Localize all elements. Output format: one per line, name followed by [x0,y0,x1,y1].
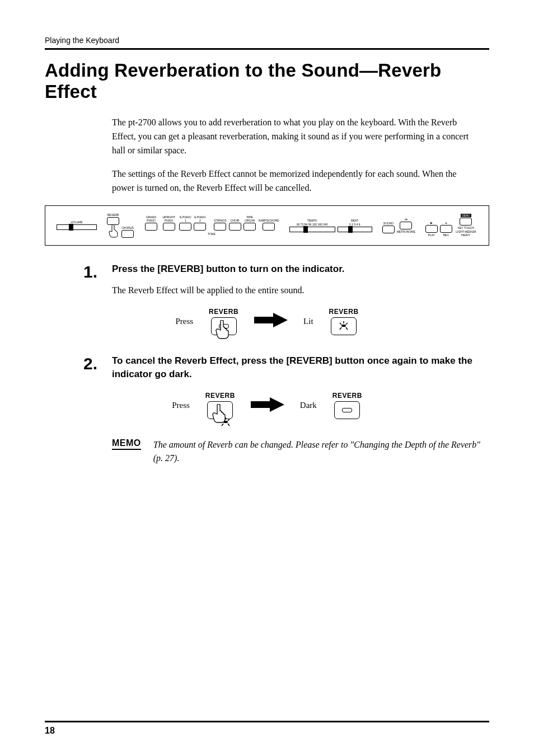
tone-label: PIPE ORGAN [243,215,256,222]
svg-line-5 [340,327,341,330]
tone-btn [214,223,226,231]
memo-text: The amount of Reverb can be changed. Ple… [153,438,489,465]
tone-btn [194,223,206,231]
play-label: PLAY [428,233,435,237]
tone-label: HARPSICHORD [259,219,279,222]
tone-label: STRINGS [214,219,226,222]
intro-block: The pt-2700 allows you to add reverberat… [112,116,472,195]
memo-block: MEMO The amount of Reverb can be changed… [112,438,489,465]
metronome-group: SOUND 🕪METRONOME [382,218,415,233]
step-1-figure: Press REVERB Lit REVERB [45,308,489,335]
tone-btn [179,223,191,231]
rule-bottom-wrap [45,721,489,722]
reverb-label: REVERB [332,392,362,400]
arrow-right-icon [251,397,284,414]
tone-btn [229,223,241,231]
key-touch-label: KEY TOUCH [458,226,474,229]
tone-btn [145,223,157,231]
tone-label: UPRIGHT PIANO [161,215,177,222]
reverb-panel-label: REVERB [107,213,119,217]
svg-line-11 [222,424,223,426]
reverb-button-off: REVERB [209,308,238,335]
rule-top [45,48,489,50]
hand-pointer-icon [107,224,119,238]
rule-bottom [45,721,489,722]
beat-label: BEAT [351,219,358,222]
metronome-label: METRONOME [397,230,415,233]
tone-btn [163,223,175,231]
arrow-right-icon [254,313,288,330]
fig-caption-press: Press [172,401,190,410]
reverb-label: REVERB [209,308,238,316]
tempo-beat-group: TEMPO 60 72 84 96 120 160 240 BEAT 0 2 3… [289,219,372,232]
tone-label: E.PIANO 2 [194,215,206,222]
step-number: 2. [45,354,97,372]
reverb-button-off: REVERB [332,392,362,419]
hand-pointer-icon [211,404,227,423]
reverb-button-on: REVERB [205,392,235,419]
reverb-button-on: REVERB [329,308,359,335]
tempo-marks: 60 72 84 96 120 160 240 [297,223,328,226]
step-1-body: The Reverb Effect will be applied to the… [112,284,489,298]
chorus-button-panel: CHORUS [121,226,134,238]
rec-btn [440,225,452,233]
svg-line-10 [228,419,229,421]
transport-group: ▶PLAY ●REC DEMO KEY TOUCH LIGHT MEDIUM H… [425,214,477,237]
metronome-btn [400,222,412,229]
tone-btn [263,223,275,231]
tone-group: GRAND PIANO UPRIGHT PIANO E.PIANO 1 E.PI… [144,215,279,236]
beat-slider [338,227,372,232]
effect-group: REVERB CHORUS [107,213,134,238]
svg-line-3 [340,323,341,325]
memo-badge: MEMO [112,438,141,450]
svg-marker-0 [254,313,288,327]
step-2-figure: Press REVERB [45,392,489,419]
running-head: Playing the Keyboard [45,36,489,45]
chorus-panel-label: CHORUS [121,226,134,229]
chorus-panel-btn [121,230,134,238]
intro-paragraph-1: The pt-2700 allows you to add reverberat… [112,116,472,157]
step-1: 1. Press the [REVERB] button to turn on … [45,262,489,280]
tempo-label: TEMPO [307,219,317,222]
fig-caption-lit: Lit [303,317,313,326]
step-heading: To cancel the Reverb Effect, press the [… [112,354,489,382]
reverb-panel-btn [107,217,119,225]
tone-group-label: TONE [208,232,216,236]
tone-btn [243,223,256,231]
led-on-icon [339,321,349,331]
control-panel-illustration: VOLUME REVERB CHORUS GRAND PIANO UPRIGHT… [45,205,489,246]
step-number: 1. [45,262,97,280]
rec-icon: ● [445,221,447,224]
page-number: 18 [45,726,55,736]
fig-caption-press: Press [175,317,193,326]
tone-label: CHOIR [231,219,240,222]
volume-control: VOLUME [57,220,97,230]
led-off-icon [342,408,352,412]
rec-label: REC [443,233,449,237]
sound-btn [382,226,395,233]
svg-rect-1 [341,325,346,327]
reverb-button-panel: REVERB [107,213,119,238]
manual-page: Playing the Keyboard Adding Reverberatio… [0,0,534,756]
reverb-label: REVERB [329,308,359,316]
sound-label: SOUND [383,222,394,225]
volume-slider [57,224,97,230]
tone-label: E.PIANO 1 [179,215,191,222]
step-2: 2. To cancel the Reverb Effect, press th… [45,354,489,382]
step-heading: Press the [REVERB] button to turn on the… [112,262,489,276]
svg-line-4 [346,323,348,325]
play-btn [425,225,438,233]
page-title: Adding Reverberation to the Sound—Reverb… [45,60,489,102]
demo-btn [460,218,472,226]
tempo-slider [289,227,335,232]
intro-paragraph-2: The settings of the Reverb Effect cannot… [112,167,472,195]
key-touch-marks: LIGHT MEDIUM HEAVY [455,230,477,237]
svg-marker-13 [251,397,284,412]
svg-line-6 [346,327,348,330]
fig-caption-dark: Dark [300,401,317,410]
play-icon: ▶ [430,221,433,224]
demo-label: DEMO [461,214,471,217]
svg-line-12 [228,424,229,426]
tone-label: GRAND PIANO [144,215,158,222]
hand-pointer-icon [214,320,230,339]
